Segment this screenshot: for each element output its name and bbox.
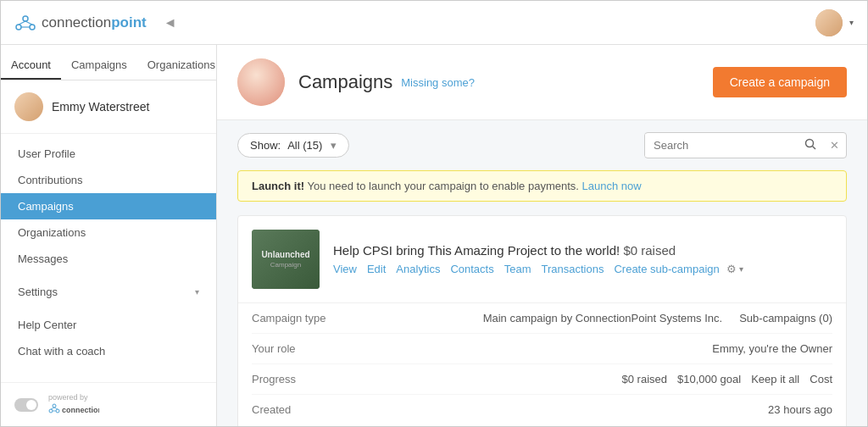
nav-tabs: Account Campaigns Organizations Enterpri… — [1, 45, 216, 80]
footer-logo-icon: connectionpoint — [48, 402, 99, 414]
content-header: Campaigns Missing some? Create a campaig… — [217, 45, 867, 120]
search-icon — [804, 138, 816, 150]
sidebar-menu: User Profile Contributions Campaigns Org… — [1, 134, 216, 382]
tab-organizations[interactable]: Organizations — [137, 52, 217, 80]
svg-point-6 — [53, 404, 56, 408]
tab-account[interactable]: Account — [1, 52, 61, 80]
sidebar-user-name: Emmy Waterstreet — [52, 100, 149, 114]
campaign-link-analytics[interactable]: Analytics — [396, 263, 440, 275]
alert-banner: Launch it! You need to launch your campa… — [237, 170, 847, 202]
user-avatar-image — [815, 9, 843, 36]
logo-icon — [14, 12, 36, 34]
svg-line-10 — [54, 408, 58, 409]
campaign-link-transactions[interactable]: Transactions — [542, 263, 604, 275]
chevron-down-icon: ▾ — [331, 139, 337, 152]
detail-label-progress: Progress — [252, 373, 370, 385]
user-menu-arrow[interactable]: ▾ — [849, 18, 854, 27]
sidebar-item-organizations[interactable]: Organizations — [1, 219, 216, 246]
detail-value-role: Emmy, you're the Owner — [370, 342, 832, 355]
svg-point-2 — [30, 25, 35, 30]
svg-point-0 — [23, 16, 28, 21]
alert-prefix: Launch it! — [252, 180, 304, 192]
top-right-area: ▾ — [815, 9, 854, 36]
svg-line-14 — [813, 147, 816, 150]
svg-line-4 — [25, 21, 32, 25]
top-bar: connectionpoint ◄ ▾ — [1, 1, 867, 45]
logo-text: connectionpoint — [42, 14, 147, 31]
show-value: All (15) — [287, 139, 322, 152]
svg-point-7 — [49, 409, 53, 413]
gear-icon: ⚙ — [726, 263, 737, 275]
campaign-settings-button[interactable]: ⚙ ▾ — [726, 263, 743, 275]
sidebar-item-messages[interactable]: Messages — [1, 246, 216, 272]
svg-line-9 — [51, 408, 54, 409]
campaign-section: UnlaunchedCampaign Help CPSI bring This … — [217, 202, 867, 426]
app-container: connectionpoint ◄ ▾ Account Campaigns Or… — [0, 0, 868, 427]
sidebar: Account Campaigns Organizations Enterpri… — [1, 45, 217, 426]
avatar — [815, 9, 843, 36]
detail-value-campaign-type: Main campaign by ConnectionPoint Systems… — [370, 312, 832, 324]
tab-campaigns[interactable]: Campaigns — [61, 52, 137, 80]
logo-text-suffix: point — [111, 14, 147, 30]
powered-by: powered by connectionpoint — [48, 393, 99, 416]
campaign-info: Help CPSI bring This Amazing Project to … — [333, 243, 832, 275]
header-left: Campaigns Missing some? — [237, 58, 475, 106]
show-label: Show: — [250, 139, 281, 152]
svg-text:connectionpoint: connectionpoint — [62, 406, 99, 414]
sidebar-item-help-center[interactable]: Help Center — [1, 312, 216, 338]
chevron-down-icon: ▾ — [195, 287, 199, 297]
sidebar-item-user-profile[interactable]: User Profile — [1, 141, 216, 167]
campaign-raised: $0 raised — [623, 243, 676, 258]
campaign-card: UnlaunchedCampaign Help CPSI bring This … — [237, 215, 847, 426]
create-campaign-button[interactable]: Create a campaign — [713, 67, 847, 97]
campaign-link-sub-campaign[interactable]: Create sub-campaign — [614, 263, 719, 275]
sidebar-item-chat-with-coach[interactable]: Chat with a coach — [1, 338, 216, 364]
avatar-image — [237, 58, 285, 106]
main-content: Campaigns Missing some? Create a campaig… — [217, 45, 867, 426]
sidebar-item-settings[interactable]: Settings ▾ — [1, 279, 216, 305]
settings-arrow: ▾ — [739, 264, 743, 274]
detail-label-campaign-type: Campaign type — [252, 312, 370, 324]
campaign-link-edit[interactable]: Edit — [367, 263, 386, 275]
content-toolbar: Show: All (15) ▾ ✕ — [217, 120, 867, 170]
dark-mode-toggle[interactable] — [14, 398, 38, 412]
campaign-title: Help CPSI bring This Amazing Project to … — [333, 243, 832, 258]
detail-row-created: Created 23 hours ago — [252, 395, 832, 424]
sidebar-item-campaigns[interactable]: Campaigns — [1, 193, 216, 219]
detail-row-role: Your role Emmy, you're the Owner — [252, 334, 832, 364]
svg-point-13 — [806, 140, 814, 147]
main-layout: Account Campaigns Organizations Enterpri… — [1, 45, 867, 426]
detail-value-created: 23 hours ago — [370, 403, 832, 416]
collapse-sidebar-button[interactable]: ◄ — [164, 15, 177, 30]
detail-value-progress: $0 raised $10,000 goal Keep it all Cost — [370, 373, 832, 385]
campaign-link-contacts[interactable]: Contacts — [450, 263, 493, 275]
sidebar-item-contributions[interactable]: Contributions — [1, 167, 216, 193]
search-input[interactable] — [645, 134, 798, 157]
campaign-details: Campaign type Main campaign by Connectio… — [238, 303, 846, 426]
detail-row-campaign-type: Campaign type Main campaign by Connectio… — [252, 303, 832, 334]
logo-area: connectionpoint ◄ — [14, 12, 177, 34]
campaign-links: View Edit Analytics Contacts Team — [333, 263, 832, 275]
sidebar-footer: powered by connectionpoint — [1, 382, 216, 426]
campaign-link-view[interactable]: View — [333, 263, 357, 275]
search-box: ✕ — [644, 132, 847, 158]
toggle-track — [14, 398, 38, 412]
missing-link[interactable]: Missing some? — [401, 76, 475, 89]
svg-point-8 — [56, 409, 59, 413]
sidebar-user: Emmy Waterstreet — [1, 80, 216, 134]
svg-line-3 — [19, 21, 25, 25]
logo: connectionpoint — [14, 12, 147, 34]
search-button[interactable] — [798, 133, 823, 158]
launch-now-link[interactable]: Launch now — [582, 180, 642, 192]
page-title: Campaigns Missing some? — [298, 71, 475, 93]
detail-label-role: Your role — [252, 342, 370, 355]
campaign-link-team[interactable]: Team — [504, 263, 531, 275]
show-filter-dropdown[interactable]: Show: All (15) ▾ — [237, 133, 349, 158]
campaign-header: UnlaunchedCampaign Help CPSI bring This … — [238, 216, 846, 303]
svg-point-1 — [16, 25, 21, 30]
header-title-area: Campaigns Missing some? — [298, 71, 475, 93]
search-clear-button[interactable]: ✕ — [823, 134, 846, 157]
detail-label-created: Created — [252, 403, 370, 416]
sidebar-avatar — [14, 92, 43, 121]
campaign-thumbnail: UnlaunchedCampaign — [252, 230, 320, 289]
